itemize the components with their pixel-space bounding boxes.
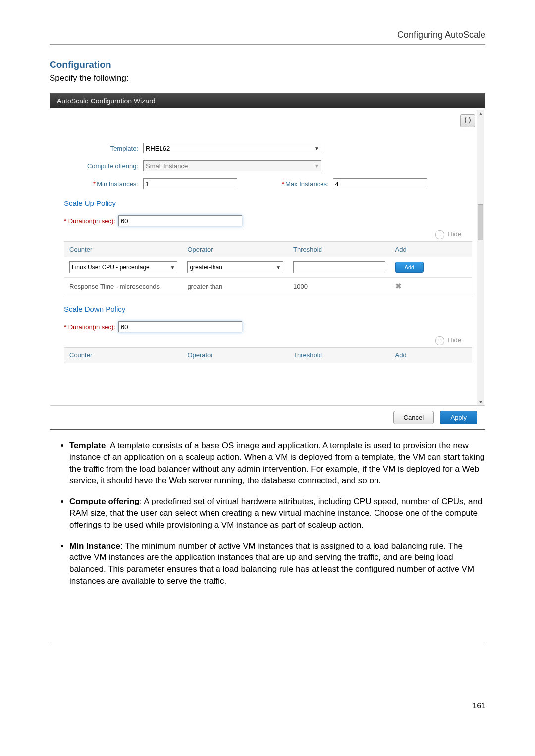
row-counter: Response Time - microseconds [64, 279, 182, 294]
scale-down-title: Scale Down Policy [64, 305, 471, 313]
scaleup-duration-input[interactable] [118, 215, 242, 226]
list-item: Template: A template consists of a base … [69, 440, 485, 487]
scaleup-conditions-table: Counter Operator Threshold Add Linux Use… [64, 241, 472, 295]
col-add: Add [390, 348, 472, 363]
minus-icon[interactable]: − [435, 230, 444, 239]
scaledown-conditions-table: Counter Operator Threshold Add [64, 347, 472, 363]
operator-select[interactable]: greater-than ▼ [187, 261, 283, 273]
compute-value: Small Instance [146, 162, 188, 170]
autoscale-wizard: AutoScale Configuration Wizard ⟨ ⟩ ▲ ▼ T… [50, 93, 485, 430]
table-header: Counter Operator Threshold Add [64, 242, 472, 257]
scrollbar[interactable]: ▲ ▼ [477, 110, 484, 405]
compute-select[interactable]: Small Instance ▼ [143, 160, 321, 171]
col-operator: Operator [182, 348, 288, 363]
col-threshold: Threshold [288, 348, 390, 363]
cancel-button[interactable]: Cancel [393, 411, 434, 424]
scale-up-title: Scale Up Policy [64, 199, 471, 207]
chevron-down-icon: ▼ [314, 163, 319, 169]
chevron-down-icon: ▼ [276, 265, 281, 270]
col-add: Add [390, 242, 472, 257]
col-operator: Operator [182, 242, 288, 257]
wizard-settings-icon[interactable]: ⟨ ⟩ [460, 114, 475, 127]
compute-label: Compute offering: [64, 162, 143, 170]
min-instances-label: *Min Instances: [64, 180, 143, 188]
row-threshold: 1000 [288, 279, 390, 294]
col-counter: Counter [64, 348, 182, 363]
add-condition-button[interactable]: Add [395, 262, 424, 273]
max-instances-label: *Max Instances: [282, 180, 329, 188]
scaledown-duration-input[interactable] [118, 321, 242, 332]
scroll-down-icon[interactable]: ▼ [477, 399, 484, 405]
row-operator: greater-than [182, 279, 288, 294]
counter-select[interactable]: Linux User CPU - percentage ▼ [69, 261, 177, 273]
threshold-input[interactable] [293, 261, 385, 273]
wizard-title: AutoScale Configuration Wizard [50, 94, 485, 108]
col-threshold: Threshold [288, 242, 390, 257]
max-instances-input[interactable] [333, 178, 427, 189]
list-item: Compute offering: A predefined set of vi… [69, 496, 485, 531]
header-rule [50, 44, 485, 45]
hide-link[interactable]: Hide [448, 230, 461, 238]
footer-rule [50, 642, 485, 642]
min-instances-input[interactable] [143, 178, 237, 189]
description-list: Template: A template consists of a base … [50, 440, 485, 587]
wizard-footer: Cancel Apply [50, 405, 485, 429]
scaleup-duration-label: * Duration(in sec): [64, 217, 115, 225]
breadcrumb: Configuring AutoScale [50, 30, 485, 42]
col-counter: Counter [64, 242, 182, 257]
hide-link[interactable]: Hide [448, 336, 461, 344]
minus-icon[interactable]: − [435, 336, 444, 345]
chevron-down-icon: ▼ [170, 265, 175, 270]
template-label: Template: [64, 145, 143, 152]
section-subtitle: Specify the following: [50, 73, 485, 83]
apply-button[interactable]: Apply [440, 411, 477, 424]
table-header: Counter Operator Threshold Add [64, 348, 472, 363]
template-value: RHEL62 [146, 145, 170, 152]
template-select[interactable]: RHEL62 ▼ [143, 143, 321, 153]
section-title: Configuration [50, 59, 485, 70]
chevron-down-icon: ▼ [314, 146, 319, 151]
delete-row-icon[interactable]: ✖ [395, 282, 402, 290]
scaledown-duration-label: * Duration(in sec): [64, 323, 115, 331]
scroll-thumb[interactable] [478, 204, 483, 240]
scroll-up-icon[interactable]: ▲ [477, 110, 484, 117]
page-number: 161 [50, 702, 485, 710]
list-item: Min Instance: The minimum number of acti… [69, 540, 485, 587]
